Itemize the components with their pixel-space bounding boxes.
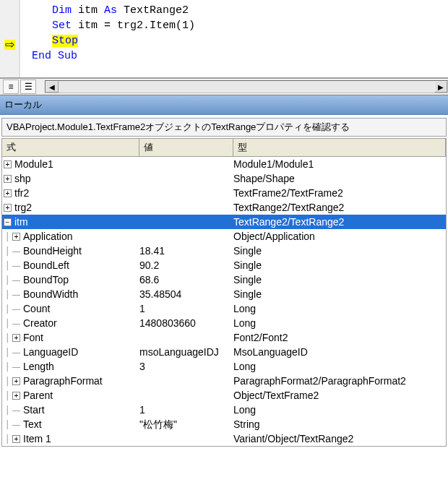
expr-name: Creator — [23, 316, 57, 330]
expr-cell: │+ Font — [2, 330, 139, 345]
code-line[interactable]: Stop — [32, 33, 448, 48]
expand-icon[interactable]: + — [12, 233, 20, 241]
locals-row[interactable]: + tfr2TextFrame2/TextFrame2 — [2, 186, 446, 200]
locals-row[interactable]: │— Count1Long — [2, 301, 446, 316]
locals-row[interactable]: │+ FontFont2/Font2 — [2, 330, 446, 345]
value-cell: 3 — [139, 359, 233, 374]
expr-cell: │+ Item 1 — [2, 431, 139, 446]
code-line[interactable]: End Sub — [32, 48, 448, 64]
expand-icon[interactable]: + — [12, 334, 20, 342]
expr-name: BoundTop — [23, 272, 69, 287]
locals-row[interactable]: │— Text"松竹梅"String — [2, 417, 446, 431]
locals-row[interactable]: │+ ApplicationObject/Application — [2, 229, 446, 244]
expr-name: Start — [23, 403, 45, 417]
locals-row[interactable]: │— LanguageIDmsoLanguageIDJMsoLanguageID — [2, 345, 446, 359]
locals-row[interactable]: │— Length3Long — [2, 359, 446, 374]
locals-row[interactable]: + trg2TextRange2/TextRange2 — [2, 200, 446, 215]
tree-line-icon: │ — [4, 272, 12, 287]
value-cell: 35.48504 — [139, 287, 233, 301]
type-cell: Variant/Object/TextRange2 — [233, 431, 446, 446]
leaf-icon: — — [12, 319, 20, 327]
leaf-icon: — — [12, 363, 20, 371]
expr-name: trg2 — [14, 200, 32, 215]
locals-grid: 式 値 型 + Module1Module1/Module1+ shpShape… — [1, 138, 447, 447]
expr-name: itm — [14, 215, 28, 229]
expand-icon[interactable]: + — [4, 189, 12, 197]
tree-line-icon: │ — [4, 258, 12, 272]
locals-row[interactable]: │— BoundLeft90.2Single — [2, 258, 446, 272]
expr-name: Length — [23, 359, 54, 374]
tree-line-icon: │ — [4, 229, 12, 244]
code-toolbar: ≡ ☰ ◀ ▶ — [0, 78, 448, 95]
expr-cell: │— Text — [2, 417, 139, 431]
leaf-icon: — — [12, 247, 20, 255]
value-cell: 90.2 — [139, 258, 233, 272]
keyword-end-sub: End Sub — [32, 50, 77, 62]
type-cell: MsoLanguageID — [233, 345, 446, 359]
locals-row[interactable]: + Module1Module1/Module1 — [2, 157, 446, 171]
keyword-as: As — [104, 4, 117, 17]
expand-icon[interactable]: + — [4, 160, 12, 168]
locals-panel-title: ローカル — [0, 95, 448, 115]
expr-cell: │— Length — [2, 359, 139, 374]
type-cell: String — [233, 417, 446, 431]
locals-row[interactable]: │+ ParentObject/TextFrame2 — [2, 388, 446, 403]
value-cell: 68.6 — [139, 272, 233, 287]
locals-row[interactable]: │+ ParagraphFormatParagraphFormat2/Parag… — [2, 374, 446, 388]
tree-line-icon: │ — [4, 330, 12, 345]
expr-cell: − itm — [2, 215, 139, 229]
expr-name: BoundLeft — [23, 258, 69, 272]
column-header-type[interactable]: 型 — [233, 139, 446, 156]
tree-line-icon: │ — [4, 403, 12, 417]
type-cell: Font2/Font2 — [233, 330, 446, 345]
tree-line-icon: │ — [4, 417, 12, 431]
code-lines[interactable]: Dim itm As TextRange2 Set itm = trg2.Ite… — [32, 3, 448, 64]
collapse-icon[interactable]: − — [4, 218, 12, 226]
type-cell: Long — [233, 403, 446, 417]
locals-row[interactable]: │— BoundTop68.6Single — [2, 272, 446, 287]
column-header-expression[interactable]: 式 — [2, 139, 139, 156]
value-cell: 18.41 — [139, 244, 233, 258]
code-line[interactable]: Set itm = trg2.Item(1) — [32, 18, 448, 33]
view-full-module-button[interactable]: ☰ — [20, 80, 36, 94]
expr-cell: │— Start — [2, 403, 139, 417]
tree-line-icon: │ — [4, 287, 12, 301]
locals-row[interactable]: │+ Item 1Variant/Object/TextRange2 — [2, 431, 446, 446]
expr-name: Text — [23, 417, 42, 431]
code-line[interactable]: Dim itm As TextRange2 — [32, 3, 448, 18]
expr-name: Font — [23, 330, 43, 345]
view-procedure-button[interactable]: ≡ — [3, 80, 19, 94]
type-cell: Shape/Shape — [233, 171, 446, 186]
locals-row[interactable]: − itmTextRange2/TextRange2 — [2, 215, 446, 229]
type-cell: Module1/Module1 — [233, 157, 446, 171]
locals-row[interactable]: │— Start1Long — [2, 403, 446, 417]
locals-row[interactable]: │— BoundWidth35.48504Single — [2, 287, 446, 301]
leaf-icon: — — [12, 305, 20, 313]
type-cell: Single — [233, 244, 446, 258]
expand-icon[interactable]: + — [12, 435, 20, 443]
tree-line-icon: │ — [4, 359, 12, 374]
expr-cell: + trg2 — [2, 200, 139, 215]
leaf-icon: — — [12, 291, 20, 298]
expr-name: Count — [23, 301, 50, 316]
type-cell: TextRange2/TextRange2 — [233, 215, 446, 229]
expand-icon[interactable]: + — [12, 392, 20, 400]
expr-name: shp — [14, 171, 31, 186]
expand-icon[interactable]: + — [12, 377, 20, 385]
value-cell: 1480803660 — [139, 316, 233, 330]
leaf-icon: — — [12, 348, 20, 356]
column-header-value[interactable]: 値 — [139, 139, 233, 156]
scroll-right-button[interactable]: ▶ — [434, 81, 447, 93]
expr-name: Item 1 — [23, 431, 51, 446]
locals-row[interactable]: │— Creator1480803660Long — [2, 316, 446, 330]
scroll-left-button[interactable]: ◀ — [46, 81, 59, 93]
expand-icon[interactable]: + — [4, 204, 12, 212]
expand-icon[interactable]: + — [4, 175, 12, 183]
locals-row[interactable]: │— BoundHeight18.41Single — [2, 244, 446, 258]
locals-row[interactable]: + shpShape/Shape — [2, 171, 446, 186]
tree-line-icon: │ — [4, 388, 12, 403]
expr-name: BoundHeight — [23, 244, 82, 258]
tree-line-icon: │ — [4, 301, 12, 316]
leaf-icon: — — [12, 406, 20, 414]
horizontal-scrollbar[interactable]: ◀ ▶ — [45, 80, 448, 93]
